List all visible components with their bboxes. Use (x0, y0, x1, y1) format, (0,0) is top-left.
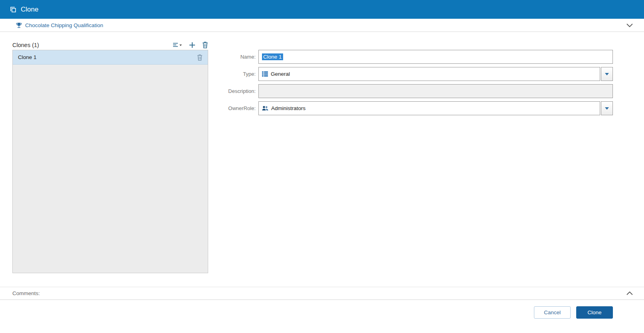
name-input-selected-text: Clone 1 (262, 53, 283, 60)
name-row: Name: Clone 1 (218, 50, 613, 64)
clone-icon (10, 6, 17, 13)
description-input[interactable] (258, 84, 613, 98)
dialog-title: Clone (21, 6, 38, 14)
sort-icon[interactable] (173, 42, 182, 48)
owner-role-value: Administrators (271, 105, 305, 111)
trash-icon[interactable] (197, 54, 203, 61)
type-row: Type: General (218, 67, 613, 81)
clones-panel-header: Clones (1) (12, 40, 208, 50)
trophy-icon (16, 22, 22, 28)
cancel-button[interactable]: Cancel (534, 306, 571, 319)
description-row: Description: (218, 84, 613, 98)
chevron-up-icon[interactable] (626, 291, 634, 296)
plus-icon[interactable] (189, 42, 195, 48)
owner-role-select[interactable]: Administrators (258, 101, 600, 115)
type-dropdown-button[interactable] (601, 67, 613, 81)
description-label: Description: (218, 88, 256, 94)
dialog-footer: Cancel Clone (0, 300, 644, 333)
type-label: Type: (218, 71, 256, 77)
dialog-titlebar: Clone (0, 0, 644, 19)
clones-panel: Clones (1) (12, 40, 208, 287)
comments-bar: Comments: (0, 287, 644, 300)
type-combo: General (258, 67, 613, 81)
clone-form: Name: Clone 1 Type: General (208, 40, 613, 287)
type-select[interactable]: General (258, 67, 600, 81)
clone-row-label: Clone 1 (18, 54, 37, 60)
list-item-clone-1[interactable]: Clone 1 (13, 50, 208, 65)
main-content: Clones (1) (0, 32, 644, 287)
chevron-down-icon[interactable] (626, 23, 634, 28)
owner-role-combo: Administrators (258, 101, 613, 115)
type-grid-icon (262, 71, 268, 77)
clone-list: Clone 1 (12, 50, 208, 273)
type-value: General (271, 71, 290, 77)
context-bar: Chocolate Chipping Qualification (0, 19, 644, 32)
dropdown-arrow-icon (605, 73, 609, 75)
context-item-link[interactable]: Chocolate Chipping Qualification (25, 22, 103, 28)
dropdown-arrow-icon (605, 107, 609, 110)
owner-role-label: OwnerRole: (218, 105, 256, 111)
people-icon (262, 106, 268, 111)
name-input[interactable]: Clone 1 (258, 50, 613, 64)
clones-count-label: Clones (1) (12, 42, 39, 48)
owner-role-row: OwnerRole: Administrators (218, 101, 613, 115)
owner-role-dropdown-button[interactable] (601, 101, 613, 115)
trash-icon[interactable] (202, 41, 208, 48)
clones-toolbar (173, 41, 208, 48)
clone-button[interactable]: Clone (576, 306, 613, 319)
comments-label: Comments: (12, 290, 40, 296)
name-label: Name: (218, 54, 256, 60)
